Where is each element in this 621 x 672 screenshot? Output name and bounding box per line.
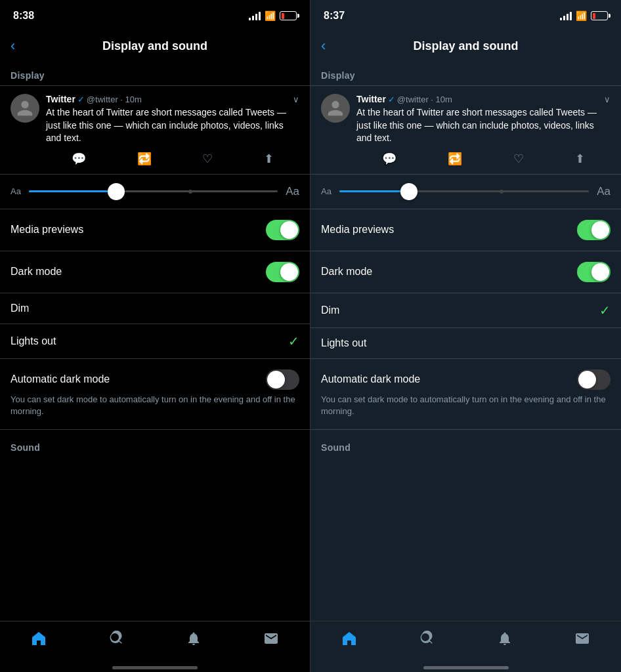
left-page-title: Display and sound <box>102 39 207 53</box>
right-sound-section: Sound <box>310 435 621 457</box>
right-font-slider-track[interactable] <box>339 190 589 192</box>
left-display-section-header: Display <box>0 63 310 85</box>
left-dim-row: Dim <box>0 293 310 324</box>
right-tab-notifications[interactable] <box>486 628 523 649</box>
left-media-previews-row: Media previews <box>0 209 310 251</box>
left-media-previews-toggle[interactable] <box>266 220 299 240</box>
right-reply-icon[interactable]: 💬 <box>382 152 396 166</box>
right-tweet-text: At the heart of Twitter are short messag… <box>356 106 610 145</box>
right-page-title: Display and sound <box>413 39 518 53</box>
right-share-icon[interactable]: ⬆ <box>575 152 585 166</box>
right-like-icon[interactable]: ♡ <box>513 152 524 166</box>
left-panel: 8:38 📶 ‹ Display and sound Display <box>0 0 310 672</box>
right-dark-mode-toggle[interactable] <box>577 262 610 282</box>
left-dark-mode-label: Dark mode <box>11 266 62 278</box>
left-dim-label: Dim <box>11 303 29 314</box>
left-sound-section: Sound <box>0 435 310 457</box>
right-tweet-user: Twitter ✓ @twitter · 10m <box>356 94 452 104</box>
left-sound-label: Sound <box>11 442 40 453</box>
left-tweet-avatar <box>11 94 39 123</box>
left-auto-dark-knob <box>267 371 285 388</box>
left-tab-messages[interactable] <box>253 628 289 649</box>
left-tweet-handle: @twitter · 10m <box>87 94 142 104</box>
right-slider-fill <box>339 190 409 192</box>
left-tab-bar <box>0 621 310 662</box>
left-avatar-icon <box>16 99 34 117</box>
right-signal-icon <box>560 11 572 20</box>
left-slider-mid-dot <box>188 190 192 194</box>
right-auto-dark-row: Automatic dark mode You can set dark mod… <box>310 359 621 430</box>
left-display-label: Display <box>11 70 45 81</box>
right-search-icon <box>419 631 435 646</box>
right-home-icon <box>341 631 357 646</box>
left-status-bar: 8:38 📶 <box>0 0 310 29</box>
left-share-icon[interactable]: ⬆ <box>264 152 274 166</box>
right-nav-header: ‹ Display and sound <box>310 29 621 63</box>
left-tweet-actions: 💬 🔁 ♡ ⬆ <box>46 152 299 166</box>
right-font-small-label: Aa <box>321 186 332 196</box>
left-retweet-icon[interactable]: 🔁 <box>137 152 152 166</box>
right-display-section-header: Display <box>310 63 621 85</box>
left-back-button[interactable]: ‹ <box>11 37 15 54</box>
right-dark-mode-knob <box>591 263 609 281</box>
right-dim-label: Dim <box>321 304 339 316</box>
right-auto-dark-knob <box>578 371 596 388</box>
right-tweet-handle: @twitter · 10m <box>397 94 452 104</box>
left-verified-icon: ✓ <box>77 94 85 104</box>
left-tab-home[interactable] <box>20 628 57 649</box>
left-auto-dark-toggle[interactable] <box>266 369 299 390</box>
right-tweet-preview: Twitter ✓ @twitter · 10m ∨ At the heart … <box>310 85 621 175</box>
right-dark-mode-row: Dark mode <box>310 251 621 293</box>
left-media-previews-label: Media previews <box>11 224 83 236</box>
left-scroll-content: Display Twitter ✓ @twitter · 10m <box>0 63 310 621</box>
right-tweet-avatar <box>321 94 350 123</box>
right-tab-search[interactable] <box>408 628 445 649</box>
left-font-large-label: Aa <box>286 185 299 198</box>
left-time: 8:38 <box>13 10 34 22</box>
right-scroll-content: Display Twitter ✓ @twitter · 10m <box>310 63 621 621</box>
left-slider-thumb[interactable] <box>108 183 125 200</box>
left-status-icons: 📶 <box>249 10 297 21</box>
right-dim-row: Dim ✓ <box>310 293 621 328</box>
left-tab-search[interactable] <box>98 628 135 649</box>
right-lights-out-row: Lights out <box>310 328 621 358</box>
right-tweet-chevron: ∨ <box>604 94 610 104</box>
right-home-indicator <box>310 662 621 672</box>
left-tweet-name: Twitter <box>46 94 75 104</box>
left-nav-header: ‹ Display and sound <box>0 29 310 63</box>
right-auto-dark-label: Automatic dark mode <box>321 373 420 385</box>
right-retweet-icon[interactable]: 🔁 <box>448 152 462 166</box>
right-tab-messages[interactable] <box>564 628 601 649</box>
left-tweet-content: Twitter ✓ @twitter · 10m ∨ At the heart … <box>46 94 299 166</box>
right-lights-out-label: Lights out <box>321 337 366 349</box>
right-auto-dark-toggle[interactable] <box>577 369 610 390</box>
left-tweet-preview: Twitter ✓ @twitter · 10m ∨ At the heart … <box>0 85 310 175</box>
left-font-slider-track[interactable] <box>29 190 278 192</box>
left-search-icon <box>108 631 124 646</box>
right-tab-home[interactable] <box>331 628 368 649</box>
right-tab-bar <box>310 621 621 662</box>
right-slider-thumb[interactable] <box>400 183 418 200</box>
right-sound-label: Sound <box>321 442 351 453</box>
left-lights-out-row: Lights out ✓ <box>0 324 310 358</box>
right-back-button[interactable]: ‹ <box>321 37 326 54</box>
right-font-large-label: Aa <box>597 185 610 198</box>
left-dark-mode-toggle[interactable] <box>266 262 299 282</box>
right-status-icons: 📶 <box>560 10 608 21</box>
right-slider-mid-dot <box>500 190 503 194</box>
left-like-icon[interactable]: ♡ <box>202 152 213 166</box>
left-signal-icon <box>249 11 261 20</box>
left-tweet-user: Twitter ✓ @twitter · 10m <box>46 94 142 104</box>
right-verified-icon: ✓ <box>388 94 395 104</box>
right-media-previews-toggle[interactable] <box>577 220 610 240</box>
left-reply-icon[interactable]: 💬 <box>72 152 86 166</box>
left-media-previews-knob <box>280 221 298 239</box>
left-auto-dark-row: Automatic dark mode You can set dark mod… <box>0 359 310 430</box>
left-dark-mode-knob <box>280 263 298 281</box>
left-messages-icon <box>263 631 279 646</box>
right-media-previews-row: Media previews <box>310 209 621 251</box>
right-panel: 8:37 📶 ‹ Display and sound Display <box>310 0 621 672</box>
left-tab-notifications[interactable] <box>175 628 212 649</box>
right-wifi-icon: 📶 <box>576 10 587 21</box>
right-time: 8:37 <box>324 10 345 22</box>
